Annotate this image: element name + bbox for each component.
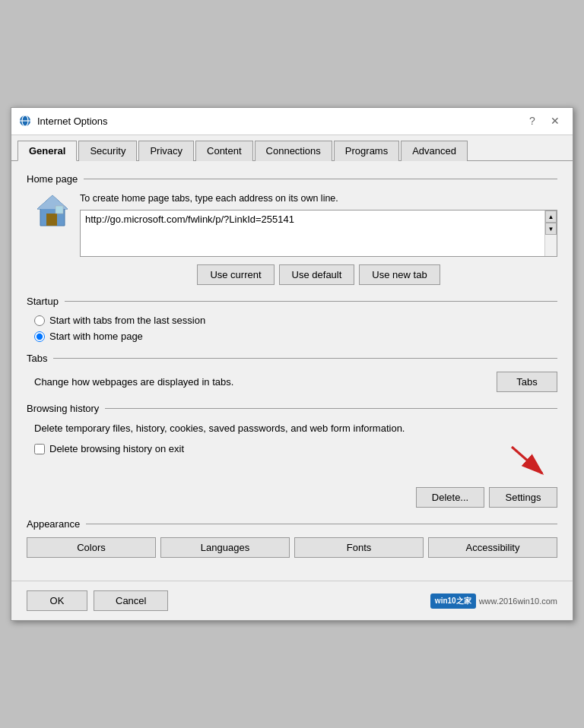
- title-bar-left: Internet Options: [19, 115, 108, 127]
- tabs-bar: General Security Privacy Content Connect…: [11, 135, 573, 161]
- tab-advanced[interactable]: Advanced: [401, 141, 468, 161]
- tab-content[interactable]: Content: [195, 141, 253, 161]
- url-scrollbar: ▲ ▼: [544, 210, 557, 256]
- homepage-section: Home page To create home page tabs, type…: [27, 173, 557, 286]
- homepage-right: To create home page tabs, type each addr…: [80, 192, 557, 286]
- delete-button[interactable]: Delete...: [416, 487, 484, 508]
- svg-line-9: [512, 447, 542, 473]
- title-controls: ? ✕: [522, 112, 565, 129]
- dialog-footer: OK Cancel win10之家 www.2016win10.com: [11, 581, 573, 620]
- appearance-section: Appearance Colors Languages Fonts Access…: [27, 518, 557, 558]
- browsing-history-section: Browsing history Delete temporary files,…: [27, 403, 557, 508]
- settings-button[interactable]: Settings: [489, 487, 557, 508]
- languages-button[interactable]: Languages: [160, 537, 290, 558]
- house-icon: [34, 192, 71, 229]
- tabs-section: Tabs Change how webpages are displayed i…: [27, 353, 557, 392]
- content-area: Home page To create home page tabs, type…: [11, 161, 573, 581]
- tabs-button[interactable]: Tabs: [497, 372, 557, 392]
- browsing-history-left: Delete browsing history on exit: [34, 443, 497, 461]
- scroll-up-button[interactable]: ▲: [545, 210, 557, 223]
- red-arrow-icon: [497, 443, 557, 481]
- scroll-down-button[interactable]: ▼: [545, 223, 557, 235]
- use-current-button[interactable]: Use current: [197, 264, 274, 285]
- appearance-title: Appearance: [27, 518, 80, 530]
- cancel-button[interactable]: Cancel: [94, 590, 168, 611]
- watermark: win10之家 www.2016win10.com: [430, 593, 557, 609]
- homepage-divider: [84, 179, 557, 179]
- homepage-title: Home page: [27, 173, 78, 185]
- tab-privacy[interactable]: Privacy: [138, 141, 194, 161]
- accessibility-button[interactable]: Accessibility: [428, 537, 557, 558]
- ok-button[interactable]: OK: [27, 590, 87, 611]
- tabs-content: Change how webpages are displayed in tab…: [27, 372, 557, 392]
- browsing-history-row: Delete browsing history on exit: [34, 443, 557, 481]
- colors-button[interactable]: Colors: [27, 537, 156, 558]
- homepage-buttons: Use current Use default Use new tab: [80, 264, 557, 285]
- startup-header: Startup: [27, 296, 557, 307]
- dialog-title: Internet Options: [37, 116, 108, 127]
- homepage-description: To create home page tabs, type each addr…: [80, 192, 557, 206]
- url-wrapper: ▲ ▼: [80, 210, 557, 257]
- svg-rect-6: [56, 206, 63, 214]
- use-default-button[interactable]: Use default: [279, 264, 355, 285]
- startup-radio-last-session[interactable]: [34, 315, 45, 326]
- tab-connections[interactable]: Connections: [255, 141, 332, 161]
- watermark-badge: win10之家: [430, 593, 476, 609]
- appearance-buttons: Colors Languages Fonts Accessibility: [27, 537, 557, 558]
- delete-on-exit-checkbox-row: Delete browsing history on exit: [34, 443, 497, 454]
- browsing-history-content: Delete temporary files, history, cookies…: [27, 422, 557, 508]
- svg-rect-5: [46, 214, 57, 226]
- tab-general[interactable]: General: [17, 141, 77, 161]
- close-button[interactable]: ✕: [545, 112, 565, 129]
- internet-options-dialog: Internet Options ? ✕ General Security Pr…: [11, 107, 573, 622]
- browsing-description: Delete temporary files, history, cookies…: [34, 422, 557, 435]
- delete-on-exit-label: Delete browsing history on exit: [49, 443, 184, 454]
- homepage-header: Home page: [27, 173, 557, 185]
- startup-content: Start with tabs from the last session St…: [27, 315, 557, 342]
- browsing-history-header: Browsing history: [27, 403, 557, 414]
- watermark-site: www.2016win10.com: [479, 597, 557, 606]
- tabs-description: Change how webpages are displayed in tab…: [34, 376, 233, 388]
- startup-label-home-page: Start with home page: [49, 331, 143, 342]
- appearance-divider: [86, 524, 557, 524]
- arrow-area: [497, 443, 557, 481]
- help-button[interactable]: ?: [522, 112, 542, 129]
- delete-on-exit-checkbox[interactable]: [34, 444, 45, 454]
- startup-radio-home-page[interactable]: [34, 331, 45, 342]
- tabs-header: Tabs: [27, 353, 557, 364]
- startup-option-2: Start with home page: [34, 331, 557, 342]
- startup-section: Startup Start with tabs from the last se…: [27, 296, 557, 342]
- browsing-history-title: Browsing history: [27, 403, 99, 414]
- appearance-header: Appearance: [27, 518, 557, 530]
- tabs-section-title: Tabs: [27, 353, 47, 364]
- fonts-button[interactable]: Fonts: [294, 537, 424, 558]
- browsing-buttons: Delete... Settings: [34, 487, 557, 508]
- ie-icon: [19, 115, 31, 127]
- browsing-history-divider: [105, 408, 557, 409]
- homepage-url-input[interactable]: [81, 210, 544, 256]
- homepage-content: To create home page tabs, type each addr…: [27, 192, 557, 286]
- tabs-divider: [53, 358, 557, 359]
- title-bar: Internet Options ? ✕: [11, 108, 573, 135]
- startup-label-last-session: Start with tabs from the last session: [49, 315, 205, 326]
- tab-programs[interactable]: Programs: [334, 141, 399, 161]
- startup-option-1: Start with tabs from the last session: [34, 315, 557, 326]
- use-new-tab-button[interactable]: Use new tab: [359, 264, 440, 285]
- startup-title: Startup: [27, 296, 59, 307]
- tab-security[interactable]: Security: [78, 141, 137, 161]
- startup-divider: [65, 301, 557, 302]
